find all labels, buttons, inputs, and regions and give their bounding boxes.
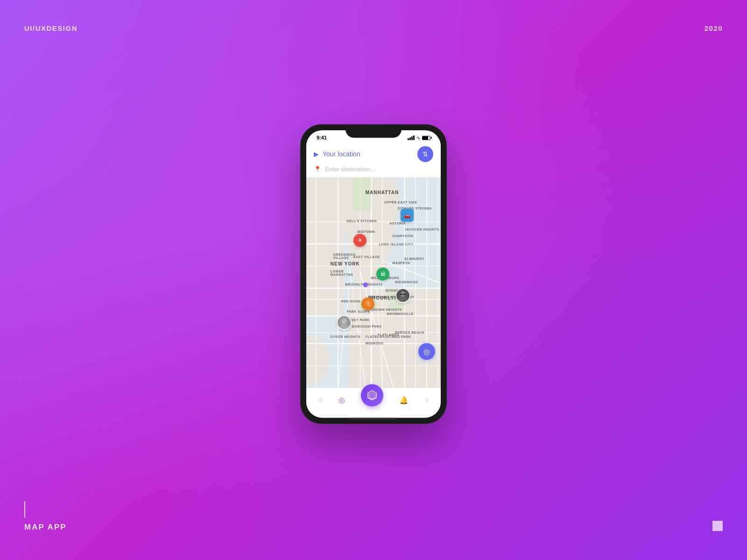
gps-icon: ◎	[423, 347, 430, 356]
nav-explore[interactable]: ◎	[335, 394, 349, 406]
map-area[interactable]: MANHATTAN New York BROOKLYN HELL'S KITCH…	[306, 177, 441, 388]
swap-icon: ⇅	[423, 150, 428, 158]
purple-dot-pin	[363, 282, 368, 287]
map-label-lic: LONG ISLAND CITY	[379, 243, 414, 246]
avatar2-pin[interactable]	[337, 315, 352, 330]
map-label-upper-east: UPPER EAST SIDE	[384, 201, 417, 204]
phone-screen: 9:41 ∿ ▶ You	[306, 130, 441, 418]
map-label-hells-kitchen: HELL'S KITCHEN	[346, 219, 377, 223]
airport-pin-icon: ✈	[353, 234, 366, 247]
nav-notifications[interactable]: 🔔	[395, 394, 412, 406]
map-label-park-slope: PARK SLOPE	[346, 310, 370, 313]
car-pin-icon: 🚗	[401, 209, 414, 222]
center-nav-button[interactable]	[361, 384, 383, 406]
avatar2-icon	[337, 315, 352, 330]
explore-nav-icon: ◎	[338, 396, 345, 405]
svg-rect-34	[400, 294, 402, 295]
location-arrow-icon: ▶	[314, 150, 319, 158]
divider	[24, 501, 25, 518]
food-pin[interactable]: 🍕	[361, 297, 374, 310]
map-label-east-village: EAST VILLAGE	[353, 255, 380, 259]
map-label-jackson: JACKSON HEIGHTS	[404, 228, 439, 231]
signal-bars-icon	[408, 135, 415, 140]
home-nav-icon: ○	[318, 396, 323, 404]
food-pin-icon: 🍕	[361, 297, 374, 310]
map-label-midwood: MIDWOOD	[366, 342, 384, 345]
nav-profile[interactable]: ○	[421, 394, 433, 406]
bottom-nav: ○ ◎ 🔔 ○	[306, 388, 441, 418]
bell-nav-icon: 🔔	[399, 396, 409, 405]
svg-rect-35	[403, 294, 406, 295]
svg-marker-40	[369, 392, 375, 399]
map-label-greenwich: GREENWICHVILLAGE	[333, 253, 356, 260]
battery-icon	[422, 136, 430, 140]
map-label-brownsville: BROWNSVILLE	[387, 312, 414, 315]
map-label-borough-park: BOROUGH PARK	[352, 325, 382, 328]
status-icons: ∿	[408, 135, 430, 140]
map-label-bergen: BERGEN BEACH	[395, 331, 424, 334]
bottom-left-section: MAP APP	[24, 501, 67, 532]
map-label-midtown: MIDTOWN	[357, 230, 375, 233]
map-label-manhattan: MANHATTAN	[366, 190, 399, 195]
app-label: MAP APP	[24, 523, 67, 532]
nav-home[interactable]: ○	[314, 394, 326, 406]
purple-dot-icon	[363, 282, 368, 287]
gps-button[interactable]: ◎	[418, 343, 435, 360]
hexagon-icon	[367, 390, 377, 400]
museum-pin-icon: 🏛	[376, 268, 389, 281]
avatar1-icon	[395, 288, 410, 303]
nav-center[interactable]	[357, 392, 387, 408]
map-label-crown: CROWN HEIGHTS	[371, 308, 402, 311]
map-label-sunnyside: SUNNYSIDE	[392, 234, 413, 238]
avatar1-pin[interactable]	[395, 288, 410, 303]
map-label-newyork: New York	[331, 262, 360, 267]
phone-frame: 9:41 ∿ ▶ You	[301, 125, 446, 423]
museum-pin[interactable]: 🏛	[376, 268, 389, 281]
your-location-text[interactable]: Your location	[323, 150, 360, 158]
brand-top-right: 2020	[705, 24, 723, 32]
map-label-maspeth: MASPETH	[392, 262, 410, 265]
map-label-redhook: RED HOOK	[341, 300, 361, 303]
profile-nav-icon: ○	[424, 396, 429, 404]
search-header: ▶ Your location ⇅ 📍 Enter destination...	[306, 142, 441, 177]
status-time: 9:41	[317, 135, 327, 140]
destination-row: 📍 Enter destination...	[314, 166, 433, 173]
car-pin[interactable]: 🚗	[401, 209, 414, 222]
svg-point-37	[341, 318, 347, 324]
swap-button[interactable]: ⇅	[417, 146, 433, 162]
wifi-icon: ∿	[416, 135, 420, 140]
map-label-astoria: ASTORIA	[390, 222, 406, 225]
home-indicator	[350, 418, 397, 420]
bottom-right-decoration	[712, 521, 723, 531]
map-label-elmhurst: ELMHURST	[404, 258, 424, 261]
pin-icon: 📍	[314, 166, 321, 173]
destination-input[interactable]: Enter destination...	[325, 166, 433, 173]
phone-notch	[345, 125, 402, 138]
map-label-dyker: DYKER HEIGHTS	[331, 335, 360, 338]
airport-pin[interactable]: ✈	[353, 234, 366, 247]
brand-top-left: UI/UXDESIGN	[24, 24, 78, 32]
map-label-lower-manhattan: LOWERMANHATTAN	[331, 270, 353, 277]
location-row: ▶ Your location ⇅	[314, 146, 433, 162]
map-label-ridgewood: RIDGEWOOD	[395, 280, 418, 284]
phone-wrapper: 9:41 ∿ ▶ You	[301, 125, 446, 423]
